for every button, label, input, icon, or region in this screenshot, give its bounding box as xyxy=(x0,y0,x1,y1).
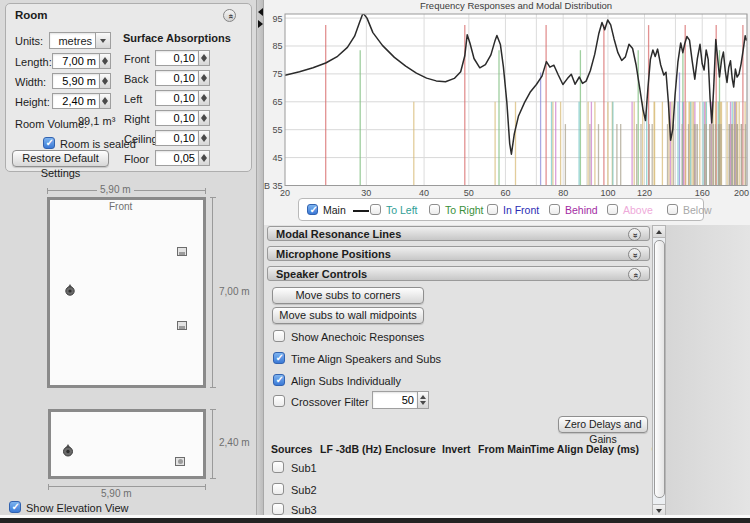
room-sealed-checkbox[interactable] xyxy=(43,137,55,149)
elevation-height-dimension-line xyxy=(212,409,213,479)
length-field[interactable] xyxy=(52,53,100,69)
width-field[interactable] xyxy=(52,73,100,89)
legend-in-front-checkbox[interactable] xyxy=(487,204,498,215)
subwoofer-icon[interactable] xyxy=(175,457,185,466)
svg-text:160: 160 xyxy=(695,188,710,198)
column-header-enclosure: Enclosure xyxy=(385,443,436,455)
svg-text:45: 45 xyxy=(272,153,282,163)
show-elevation-checkbox[interactable] xyxy=(9,501,21,513)
column-header-time-align: Time Align xyxy=(530,443,583,455)
vertical-scrollbar[interactable] xyxy=(652,225,666,517)
column-header-invert: Invert xyxy=(442,443,471,455)
sub1-checkbox[interactable] xyxy=(272,461,284,473)
pane-splitter[interactable] xyxy=(256,0,264,517)
expand-right-icon[interactable] xyxy=(258,20,263,28)
legend-above-checkbox[interactable] xyxy=(607,204,618,215)
speaker-icon[interactable] xyxy=(177,321,187,330)
show-anechoic-checkbox[interactable] xyxy=(273,330,285,342)
listener-head-icon[interactable] xyxy=(62,444,74,457)
restore-defaults-button[interactable]: Restore Default Settings xyxy=(12,150,109,167)
elevation-width-dimension: 5,90 m xyxy=(98,488,135,499)
svg-text:75: 75 xyxy=(272,69,282,79)
absorption-front-stepper[interactable] xyxy=(199,50,210,66)
absorption-back-label: Back xyxy=(124,73,148,85)
crossover-filter-checkbox[interactable] xyxy=(273,395,285,407)
absorption-ceiling-field[interactable] xyxy=(155,130,199,146)
height-stepper[interactable] xyxy=(100,93,111,109)
svg-text:85: 85 xyxy=(272,41,282,51)
sub2-checkbox[interactable] xyxy=(272,483,284,495)
legend-main-checkbox[interactable] xyxy=(307,204,318,215)
svg-text:50: 50 xyxy=(464,188,474,198)
absorption-back-field[interactable] xyxy=(155,70,199,86)
absorption-left-field[interactable] xyxy=(155,90,199,106)
units-label: Units: xyxy=(15,35,43,47)
legend-below-checkbox[interactable] xyxy=(667,204,678,215)
units-select[interactable]: metres xyxy=(49,32,111,49)
top-view-width-dimension: 5,90 m xyxy=(97,184,134,195)
sub2-label: Sub2 xyxy=(291,484,317,496)
absorption-right-field[interactable] xyxy=(155,110,199,126)
chevron-double-up-icon: « xyxy=(630,270,641,281)
listener-head-icon[interactable] xyxy=(64,284,76,296)
speaker-controls-header[interactable]: Speaker Controls « xyxy=(267,266,650,281)
absorption-floor-field[interactable] xyxy=(155,150,199,166)
expand-panel-button[interactable]: « xyxy=(628,228,641,241)
scrollbar-thumb[interactable] xyxy=(654,240,665,498)
legend-to-right-checkbox[interactable] xyxy=(429,204,440,215)
sub3-checkbox[interactable] xyxy=(272,503,284,515)
modal-resonance-lines-header[interactable]: Modal Resonance Lines « xyxy=(267,226,650,241)
panel-background xyxy=(666,225,750,517)
dropdown-arrow-icon[interactable] xyxy=(95,33,110,48)
time-align-label: Time Align Speakers and Subs xyxy=(291,353,441,365)
crossover-frequency-stepper[interactable] xyxy=(418,391,429,409)
units-value: metres xyxy=(58,35,92,47)
absorption-right-stepper[interactable] xyxy=(199,110,210,126)
time-align-checkbox[interactable] xyxy=(273,352,285,364)
height-label: Height: xyxy=(15,96,50,108)
legend-to-left-checkbox[interactable] xyxy=(370,204,381,215)
top-view-depth-dimension: 7,00 m xyxy=(216,286,253,297)
expand-panel-button[interactable]: « xyxy=(628,248,641,261)
room-panel-collapse-button[interactable]: « xyxy=(223,9,236,22)
chevron-up-icon: « xyxy=(225,11,236,22)
absorption-left-label: Left xyxy=(124,93,142,105)
absorption-ceiling-label: Ceiling xyxy=(124,133,158,145)
scroll-up-icon[interactable] xyxy=(653,226,665,238)
crossover-frequency-field[interactable] xyxy=(372,391,418,409)
collapse-left-icon[interactable] xyxy=(258,8,263,16)
svg-text:Frequency Responses and Modal: Frequency Responses and Modal Distributi… xyxy=(420,0,612,11)
width-stepper[interactable] xyxy=(100,73,111,89)
column-header-sources: Sources xyxy=(271,443,312,455)
absorption-back-stepper[interactable] xyxy=(199,70,210,86)
elevation-width-dimension-line xyxy=(48,486,206,487)
svg-text:100: 100 xyxy=(600,188,615,198)
speaker-icon[interactable] xyxy=(177,247,187,256)
absorption-front-label: Front xyxy=(124,53,150,65)
column-header-from-main: From Main xyxy=(478,443,531,455)
move-subs-corners-button[interactable]: Move subs to corners xyxy=(272,287,424,304)
show-elevation-label: Show Elevation View xyxy=(26,502,129,514)
length-label: Length: xyxy=(15,56,52,68)
absorption-front-field[interactable] xyxy=(155,50,199,66)
room-panel: Room « Units: metres Length: Width: Heig… xyxy=(5,3,252,172)
zero-delays-gains-button[interactable]: Zero Delays and Gains xyxy=(558,416,648,433)
length-stepper[interactable] xyxy=(100,53,111,69)
controls-pane: Modal Resonance Lines « Microphone Posit… xyxy=(264,225,750,517)
absorption-left-stepper[interactable] xyxy=(199,90,210,106)
microphone-positions-header[interactable]: Microphone Positions « xyxy=(267,246,650,261)
collapse-panel-button[interactable]: « xyxy=(628,268,641,281)
align-subs-checkbox[interactable] xyxy=(273,374,285,386)
absorption-floor-stepper[interactable] xyxy=(199,150,210,166)
svg-text:95: 95 xyxy=(272,14,282,24)
chevron-double-down-icon: « xyxy=(630,230,641,241)
absorption-floor-label: Floor xyxy=(124,153,149,165)
legend-behind-checkbox[interactable] xyxy=(549,204,560,215)
height-field[interactable] xyxy=(52,93,100,109)
surface-absorptions-title: Surface Absorptions xyxy=(123,32,231,44)
move-subs-midpoints-button[interactable]: Move subs to wall midpoints xyxy=(272,307,424,324)
svg-text:80: 80 xyxy=(558,188,568,198)
absorption-ceiling-stepper[interactable] xyxy=(199,130,210,146)
frequency-response-chart: Frequency Responses and Modal Distributi… xyxy=(264,0,750,225)
svg-text:200: 200 xyxy=(734,188,749,198)
